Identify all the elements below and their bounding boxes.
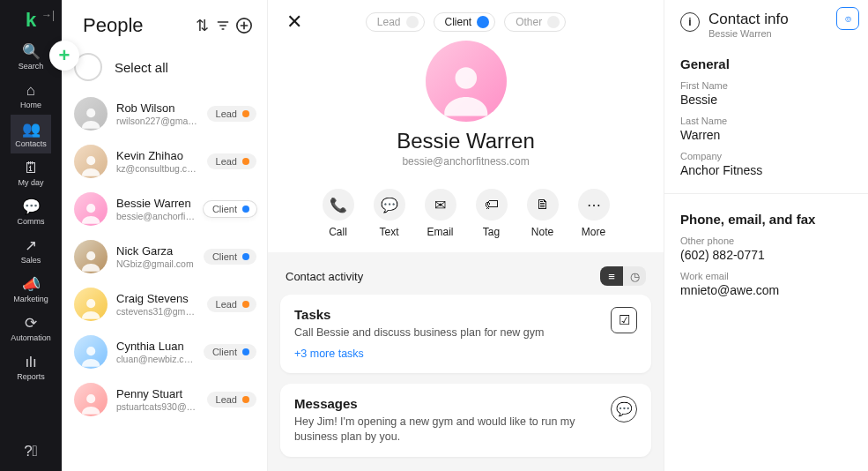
rail-sales[interactable]: ↗Sales xyxy=(11,231,51,270)
status-pill[interactable]: Client xyxy=(204,249,256,265)
company-value: Anchor Fitness xyxy=(680,163,852,177)
action-email-icon: ✉ xyxy=(425,189,456,221)
close-icon[interactable]: ✕ xyxy=(282,11,307,34)
avatar xyxy=(74,145,108,178)
status-pill-label: Lead xyxy=(216,299,237,310)
status-pill-label: Lead xyxy=(216,156,237,167)
action-text-label: Text xyxy=(379,226,398,238)
status-dot xyxy=(242,206,249,213)
activity-heading: Contact activity xyxy=(286,270,363,283)
status-lead[interactable]: Lead xyxy=(366,12,425,32)
rail-contacts[interactable]: 👥Contacts xyxy=(11,115,51,153)
messages-title: Messages xyxy=(294,396,600,411)
status-pill-label: Client xyxy=(212,347,237,357)
page-title: People xyxy=(83,14,191,37)
contact-row[interactable]: Cynthia Luancluan@newbiz.comClient xyxy=(62,328,267,376)
status-client[interactable]: Client xyxy=(434,12,496,32)
status-other[interactable]: Other xyxy=(504,12,566,32)
first-name-value: Bessie xyxy=(680,93,852,107)
contact-name: Bessie Warren xyxy=(116,197,195,211)
sort-icon[interactable]: ⇅ xyxy=(191,15,212,36)
tasks-card[interactable]: Tasks Call Bessie and discuss business p… xyxy=(280,295,651,373)
info-panel: ⌾ i Contact info Bessie Warren General F… xyxy=(664,0,868,471)
action-text[interactable]: 💬Text xyxy=(374,189,405,238)
status-dot xyxy=(242,158,249,165)
status-pill-label: Lead xyxy=(216,394,237,405)
other-phone-label: Other phone xyxy=(680,236,852,246)
contact-sub: cluan@newbiz.com xyxy=(116,354,195,365)
contact-email: bessie@anchorfitness.com xyxy=(268,155,664,168)
select-all[interactable]: Select all xyxy=(62,46,267,90)
contact-sub: kz@consultbug.com xyxy=(116,163,198,175)
status-pill[interactable]: Client xyxy=(204,201,256,217)
people-list: Rob Wilsonrwilson227@gmail.comLeadKevin … xyxy=(62,90,267,471)
status-pill[interactable]: Lead xyxy=(207,392,256,407)
rail-reports-icon: ılı xyxy=(25,355,36,370)
action-call-label: Call xyxy=(329,226,347,238)
rail-marketing-icon: 📣 xyxy=(22,277,41,292)
status-dot xyxy=(242,253,249,260)
rail-home-label: Home xyxy=(20,101,41,109)
contact-row[interactable]: Craig Stevenscstevens31@gmail.comLead xyxy=(62,280,267,328)
first-name-label: First Name xyxy=(680,80,852,91)
status-dot xyxy=(242,301,249,308)
action-more[interactable]: ⋯More xyxy=(578,189,610,238)
status-pill[interactable]: Lead xyxy=(207,106,256,122)
action-tag[interactable]: 🏷Tag xyxy=(476,189,508,238)
filter-icon[interactable] xyxy=(212,15,234,36)
rail-contacts-label: Contacts xyxy=(15,139,47,148)
plus-icon: + xyxy=(59,46,70,65)
status-pill-label: Client xyxy=(212,251,237,262)
contact-sub: cstevens31@gmail.com xyxy=(116,306,198,318)
rail-comms[interactable]: 💬Comms xyxy=(11,192,51,231)
contact-actions: 📞Call💬Text✉Email🏷Tag🗎Note⋯More xyxy=(268,180,664,252)
help-icon[interactable]: ?⃝ xyxy=(24,432,38,471)
general-heading: General xyxy=(680,56,852,71)
rail-home[interactable]: ⌂Home xyxy=(11,76,51,115)
activity-view-toggle[interactable]: ≡ ◷ xyxy=(600,266,646,286)
scan-icon[interactable]: ⌾ xyxy=(836,7,859,30)
tasks-more-link[interactable]: +3 more tasks xyxy=(294,348,364,360)
rail-marketing[interactable]: 📣Marketing xyxy=(11,270,51,309)
action-note-label: Note xyxy=(531,226,553,238)
action-email[interactable]: ✉Email xyxy=(425,189,456,238)
action-note[interactable]: 🗎Note xyxy=(527,189,559,238)
action-text-icon: 💬 xyxy=(374,189,405,221)
contact-row[interactable]: Penny Stuartpstuartcats930@gmail.comLead xyxy=(62,376,267,423)
avatar xyxy=(74,97,108,131)
info-icon: i xyxy=(680,12,700,32)
action-email-label: Email xyxy=(427,226,453,238)
messages-card[interactable]: Messages Hey Jim! I'm opening a new gym … xyxy=(280,384,651,457)
contact-sub: bessie@anchorfitness.com xyxy=(116,211,195,222)
contact-name: Rob Wilson xyxy=(116,101,198,116)
rail-search[interactable]: 🔍Search xyxy=(11,37,51,76)
contact-sub: NGbiz@gmail.com xyxy=(116,258,195,270)
action-call[interactable]: 📞Call xyxy=(323,189,354,238)
contact-row[interactable]: Kevin Zhihaokz@consultbug.comLead xyxy=(62,138,267,185)
contact-row[interactable]: Rob Wilsonrwilson227@gmail.comLead xyxy=(62,90,267,138)
rail-reports[interactable]: ılıReports xyxy=(11,348,51,386)
rail-automation-label: Automation xyxy=(11,333,51,342)
info-subtitle: Bessie Warren xyxy=(708,28,789,39)
contact-name: Cynthia Luan xyxy=(116,340,195,354)
rail-automation-icon: ⟳ xyxy=(25,316,37,331)
contact-row[interactable]: Nick GarzaNGbiz@gmail.comClient xyxy=(62,233,267,280)
status-pill[interactable]: Lead xyxy=(207,296,256,312)
action-note-icon: 🗎 xyxy=(527,189,559,221)
rail-search-label: Search xyxy=(19,62,44,71)
rail-myday[interactable]: 🗓My day xyxy=(11,153,51,192)
detail-column: ✕ LeadClientOther Bessie Warren bessie@a… xyxy=(268,0,664,471)
avatar xyxy=(74,288,108,321)
rail-home-icon: ⌂ xyxy=(26,83,35,98)
status-knob xyxy=(547,16,560,28)
tasks-body: Call Bessie and discuss business plan fo… xyxy=(294,325,600,340)
status-dot xyxy=(242,110,249,117)
contact-row[interactable]: Bessie Warrenbessie@anchorfitness.comCli… xyxy=(62,185,267,233)
rail-comms-icon: 💬 xyxy=(22,199,41,214)
rail-automation[interactable]: ⟳Automation xyxy=(11,309,51,348)
add-fab[interactable]: + xyxy=(49,41,79,71)
collapse-icon[interactable]: →| xyxy=(41,9,55,21)
status-pill[interactable]: Lead xyxy=(207,153,256,169)
add-icon[interactable] xyxy=(234,15,255,36)
status-pill[interactable]: Client xyxy=(204,344,256,360)
